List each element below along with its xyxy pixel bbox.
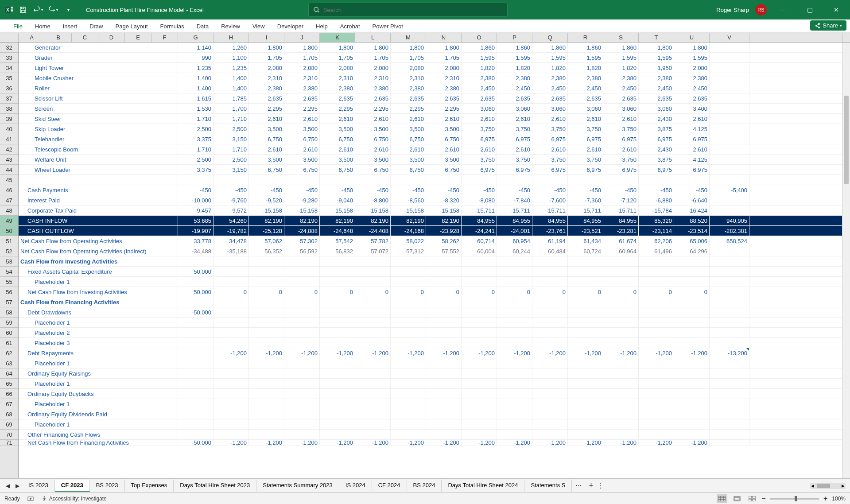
- cell-value[interactable]: 6,750: [284, 134, 320, 144]
- cell-value[interactable]: [284, 297, 320, 307]
- cell-value[interactable]: 2,610: [249, 114, 284, 124]
- sheet-tab-cf-2024[interactable]: CF 2024: [372, 480, 407, 492]
- col-header-N[interactable]: N: [426, 33, 462, 42]
- qat-customize[interactable]: ▾: [62, 4, 74, 16]
- cell-value[interactable]: 1,820: [462, 63, 497, 73]
- cell-value[interactable]: 2,080: [320, 63, 355, 73]
- cell-value[interactable]: [355, 399, 391, 409]
- row-header-67[interactable]: 67: [0, 399, 18, 409]
- cell-value[interactable]: [178, 399, 213, 409]
- cell-value[interactable]: [213, 368, 249, 378]
- row-label[interactable]: Welfare Unit: [19, 155, 178, 164]
- cell-value[interactable]: 88,520: [674, 216, 710, 225]
- cell-value[interactable]: [674, 297, 710, 307]
- cell-value[interactable]: 84,955: [532, 216, 568, 225]
- cell-value[interactable]: [603, 419, 639, 429]
- cell-value[interactable]: 6,975: [497, 165, 532, 174]
- cell-value[interactable]: -1,200: [639, 440, 674, 446]
- cell-value[interactable]: -15,711: [462, 205, 497, 215]
- tab-nav-left[interactable]: ◀: [3, 481, 12, 491]
- row-label[interactable]: Generator: [19, 43, 178, 52]
- cell-value[interactable]: 2,610: [320, 114, 355, 124]
- cell-value[interactable]: [462, 409, 497, 419]
- row-label[interactable]: Cash Payments: [19, 185, 178, 195]
- cell-value[interactable]: [639, 430, 674, 439]
- cell-value[interactable]: [674, 256, 710, 266]
- row-label[interactable]: CASH OUTFLOW: [19, 226, 178, 236]
- cell-value[interactable]: [426, 297, 462, 307]
- cell-value[interactable]: 6,750: [249, 165, 284, 174]
- cell-value[interactable]: 6,750: [355, 134, 391, 144]
- cell-value[interactable]: 2,310: [249, 73, 284, 83]
- row-header-54[interactable]: 54: [0, 267, 18, 277]
- cell-value[interactable]: 3,500: [284, 124, 320, 134]
- cell-value[interactable]: [284, 368, 320, 378]
- cell-value[interactable]: 2,610: [320, 144, 355, 154]
- cell-value[interactable]: 0: [674, 287, 710, 297]
- cell-value[interactable]: 2,310: [355, 73, 391, 83]
- cell-value[interactable]: [497, 175, 532, 185]
- cell-value[interactable]: [674, 328, 710, 337]
- cell-value[interactable]: 2,310: [284, 73, 320, 83]
- row-header-61[interactable]: 61: [0, 338, 18, 348]
- row-header-45[interactable]: 45: [0, 175, 18, 185]
- redo-button[interactable]: ▾: [47, 4, 59, 16]
- cell-value[interactable]: 4,125: [674, 155, 710, 164]
- cell-value[interactable]: [497, 338, 532, 348]
- cell-value[interactable]: [674, 267, 710, 276]
- cell-value[interactable]: -24,241: [462, 226, 497, 236]
- cell-value[interactable]: -8,800: [355, 195, 391, 205]
- cell-value[interactable]: 1,860: [532, 43, 568, 52]
- row-header-47[interactable]: 47: [0, 195, 18, 205]
- cell-value[interactable]: [603, 297, 639, 307]
- cell-value[interactable]: 2,610: [532, 144, 568, 154]
- cell-value[interactable]: 34,478: [213, 236, 249, 246]
- cell-value[interactable]: [462, 399, 497, 409]
- cell-value[interactable]: -23,928: [426, 226, 462, 236]
- cell-value[interactable]: [178, 256, 213, 266]
- cell-value[interactable]: -1,200: [355, 440, 391, 446]
- cell-value[interactable]: -19,907: [178, 226, 213, 236]
- row-header-41[interactable]: 41: [0, 134, 18, 144]
- cell-value[interactable]: [532, 277, 568, 287]
- cell-value[interactable]: [497, 318, 532, 327]
- cell-value[interactable]: 2,380: [532, 73, 568, 83]
- cell-value[interactable]: [603, 307, 639, 317]
- cell-value[interactable]: 2,610: [426, 114, 462, 124]
- cell-value[interactable]: [213, 358, 249, 368]
- cell-value[interactable]: -1,200: [568, 348, 603, 358]
- cell-value[interactable]: [213, 297, 249, 307]
- share-button[interactable]: Share ▾: [810, 20, 846, 31]
- cell-value[interactable]: [355, 297, 391, 307]
- cell-value[interactable]: [391, 297, 426, 307]
- cell-value[interactable]: [710, 63, 749, 73]
- cell-value[interactable]: [320, 256, 355, 266]
- cell-value[interactable]: -1,200: [532, 348, 568, 358]
- cell-value[interactable]: [568, 307, 603, 317]
- cell-value[interactable]: [178, 328, 213, 337]
- row-label[interactable]: Other Financing Cash Flows: [19, 430, 178, 439]
- cell-value[interactable]: -450: [249, 185, 284, 195]
- search-input[interactable]: [323, 7, 503, 13]
- cell-value[interactable]: [178, 318, 213, 327]
- cell-value[interactable]: 2,380: [497, 73, 532, 83]
- cell-value[interactable]: -34,488: [178, 246, 213, 256]
- cell-value[interactable]: 1,800: [391, 43, 426, 52]
- cell-value[interactable]: [532, 358, 568, 368]
- cell-value[interactable]: 0: [603, 287, 639, 297]
- cell-value[interactable]: [462, 379, 497, 388]
- cell-value[interactable]: 2,295: [320, 104, 355, 113]
- cell-value[interactable]: 2,380: [320, 83, 355, 93]
- cell-value[interactable]: 2,610: [284, 144, 320, 154]
- ribbon-tab-draw[interactable]: Draw: [83, 21, 109, 32]
- cell-value[interactable]: 6,750: [391, 134, 426, 144]
- col-header-A[interactable]: A: [19, 33, 45, 42]
- cell-value[interactable]: -282,381: [710, 226, 749, 236]
- cell-value[interactable]: [710, 195, 749, 205]
- cell-value[interactable]: -1,200: [320, 440, 355, 446]
- cell-value[interactable]: [639, 175, 674, 185]
- col-header-L[interactable]: L: [355, 33, 391, 42]
- cell-value[interactable]: 60,244: [497, 246, 532, 256]
- cell-value[interactable]: [710, 205, 749, 215]
- cell-value[interactable]: 2,610: [674, 114, 710, 124]
